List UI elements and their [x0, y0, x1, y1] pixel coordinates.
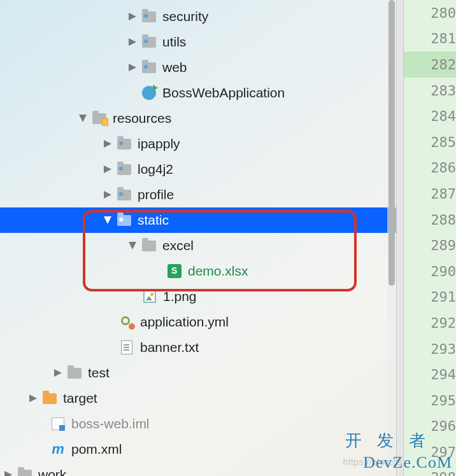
tree-item-banner-txt[interactable]: banner.txt: [0, 335, 396, 360]
svg-marker-5: [104, 165, 111, 173]
tree-item-profile[interactable]: profile: [0, 182, 396, 207]
tree-item-static[interactable]: static: [0, 207, 396, 233]
svg-marker-10: [29, 395, 37, 402]
line-number[interactable]: 283: [404, 78, 456, 104]
yml-icon: [118, 315, 135, 329]
tree-item-label: pom.xml: [71, 442, 122, 457]
tree-item-label: profile: [138, 187, 174, 202]
folder-icon: [116, 213, 132, 227]
tree-item-work[interactable]: work: [0, 462, 396, 476]
chevron-right-icon[interactable]: [99, 140, 116, 148]
line-number[interactable]: 281: [404, 26, 456, 52]
folder-icon: [66, 366, 83, 380]
line-number[interactable]: 282: [404, 52, 456, 78]
scrollbar-thumb[interactable]: [388, 0, 395, 286]
line-number[interactable]: 290: [404, 258, 456, 284]
line-number[interactable]: 289: [404, 232, 456, 258]
ide-panel: security utils web BossWebApplication re…: [0, 0, 456, 476]
tree-item-label: demo.xlsx: [188, 263, 248, 279]
svg-marker-2: [129, 64, 136, 71]
line-number[interactable]: 288: [404, 207, 456, 233]
folder-icon: [141, 239, 157, 253]
tree-item-demo-xlsx[interactable]: demo.xlsx: [0, 258, 396, 284]
line-number[interactable]: 293: [404, 336, 456, 362]
tree-item-test[interactable]: test: [0, 360, 396, 386]
chevron-right-icon[interactable]: [0, 471, 17, 476]
chevron-down-icon[interactable]: [99, 216, 116, 224]
chevron-right-icon[interactable]: [124, 64, 141, 71]
module-icon: [50, 417, 66, 431]
line-number[interactable]: 292: [404, 310, 456, 336]
svg-marker-8: [129, 242, 136, 249]
tree-item-1png[interactable]: 1.png: [0, 284, 396, 309]
tree-item-resources[interactable]: resources: [0, 106, 396, 131]
tree-item-bosswebapp[interactable]: BossWebApplication: [0, 80, 396, 106]
folder-icon: [17, 468, 33, 476]
chevron-down-icon[interactable]: [124, 242, 141, 249]
tree-item-security[interactable]: security: [0, 4, 396, 29]
chevron-right-icon[interactable]: [124, 13, 141, 20]
chevron-right-icon[interactable]: [25, 395, 41, 402]
line-number[interactable]: 284: [404, 103, 456, 129]
tree-item-application-yml[interactable]: application.yml: [0, 309, 396, 335]
svg-marker-6: [104, 191, 111, 199]
line-number[interactable]: 295: [404, 388, 456, 414]
editor-gutter: 2802812822832842852862872882892902912922…: [404, 0, 456, 476]
tree-item-label: resources: [113, 111, 171, 126]
tree-item-label: 1.png: [163, 289, 197, 304]
chevron-down-icon[interactable]: [75, 115, 91, 122]
svg-marker-3: [79, 115, 87, 122]
line-number[interactable]: 297: [404, 439, 456, 465]
tree-item-pom-xml[interactable]: m pom.xml: [0, 437, 396, 462]
chevron-right-icon[interactable]: [50, 369, 66, 377]
tree-item-label: static: [138, 213, 169, 228]
tree-scrollbar[interactable]: [387, 0, 396, 476]
spring-boot-class-icon: [141, 86, 157, 100]
tree-item-label: log4j2: [138, 162, 173, 177]
tree-item-label: boss-web.iml: [71, 416, 150, 431]
tree-item-label: utils: [162, 34, 186, 50]
line-number[interactable]: 291: [404, 284, 456, 311]
line-number[interactable]: 298: [404, 465, 456, 476]
svg-marker-9: [54, 369, 62, 377]
tree-item-excel[interactable]: excel: [0, 233, 396, 258]
tree-item-iml[interactable]: boss-web.iml: [0, 411, 396, 437]
line-number[interactable]: 296: [404, 414, 456, 440]
line-number[interactable]: 286: [404, 155, 456, 181]
tree-item-web[interactable]: web: [0, 55, 396, 80]
splitter[interactable]: [396, 0, 404, 476]
tree-item-ipapply[interactable]: ipapply: [0, 131, 396, 157]
maven-icon: m: [50, 442, 66, 456]
tree-item-label: target: [63, 391, 97, 406]
line-number[interactable]: 287: [404, 181, 456, 207]
resources-folder-icon: [91, 111, 108, 125]
tree-item-label: application.yml: [140, 314, 229, 330]
tree-item-label: excel: [162, 238, 194, 253]
chevron-right-icon[interactable]: [124, 38, 141, 46]
image-icon: [141, 290, 158, 304]
line-number[interactable]: 285: [404, 129, 456, 155]
folder-icon: [116, 188, 132, 202]
xlsx-icon: [166, 264, 183, 278]
folder-icon: [141, 10, 157, 24]
folder-icon: [41, 391, 58, 405]
tree-item-log4j2[interactable]: log4j2: [0, 157, 396, 182]
tree-item-label: work: [38, 467, 66, 476]
line-number[interactable]: 294: [404, 361, 456, 388]
svg-marker-11: [4, 471, 12, 476]
chevron-right-icon[interactable]: [99, 165, 116, 173]
tree-item-label: security: [162, 9, 208, 24]
line-number[interactable]: 280: [404, 0, 456, 26]
tree-item-label: ipapply: [138, 136, 180, 151]
tree-item-utils[interactable]: utils: [0, 29, 396, 55]
tree-item-label: banner.txt: [140, 340, 199, 355]
folder-icon: [141, 60, 157, 74]
svg-marker-1: [129, 38, 136, 46]
folder-icon: [116, 137, 132, 151]
project-tree: security utils web BossWebApplication re…: [0, 0, 396, 476]
tree-item-label: BossWebApplication: [162, 85, 285, 101]
tree-item-label: web: [162, 60, 187, 75]
text-file-icon: [118, 340, 135, 354]
chevron-right-icon[interactable]: [99, 191, 116, 199]
tree-item-target[interactable]: target: [0, 386, 396, 411]
